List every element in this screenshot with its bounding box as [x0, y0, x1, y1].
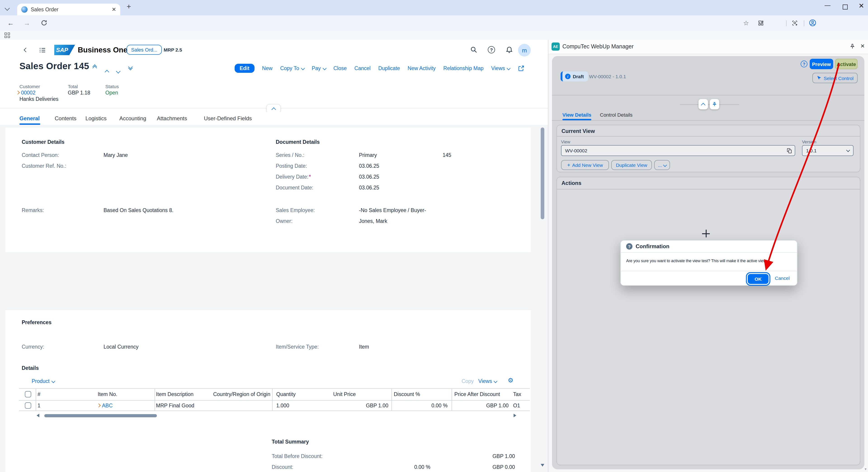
tab-user-defined-fields[interactable]: User-Defined Fields: [204, 115, 252, 122]
scroll-down-icon[interactable]: ▼: [864, 468, 867, 471]
col-header-unit-price[interactable]: Unit Price: [333, 391, 356, 397]
tab-close-icon[interactable]: ✕: [109, 6, 116, 13]
relationship-map-button[interactable]: Relationship Map: [443, 66, 484, 71]
customer-link[interactable]: 00002: [17, 90, 35, 95]
chevron-down-icon: [301, 66, 305, 70]
copy-icon[interactable]: [787, 148, 791, 153]
notifications-bell-icon[interactable]: [505, 46, 513, 54]
new-button[interactable]: New: [262, 66, 272, 71]
search-icon[interactable]: [470, 46, 477, 53]
webup-help-icon[interactable]: ?: [801, 61, 807, 67]
product-menu-button[interactable]: Product: [32, 378, 55, 384]
sap-shellbar: SAP Business One Sales Ord... MRP 2.5 ? …: [0, 40, 548, 61]
panel-collapse-button[interactable]: [699, 99, 708, 109]
close-button[interactable]: Close: [333, 66, 347, 71]
col-header-origin[interactable]: Country/Region of Origin: [200, 391, 270, 397]
horizontal-scrollbar-thumb[interactable]: [44, 414, 157, 417]
pin-icon[interactable]: [849, 43, 855, 49]
summary-discount-percent: 0.00 %: [385, 464, 430, 470]
chevron-down-icon: [322, 66, 327, 70]
vertical-scrollbar[interactable]: [541, 127, 544, 470]
scroll-right-icon[interactable]: [514, 414, 516, 417]
back-icon[interactable]: ←: [7, 19, 14, 27]
tab-control-details[interactable]: Control Details: [600, 112, 632, 118]
help-icon[interactable]: ?: [488, 46, 495, 53]
views-button[interactable]: Views: [491, 66, 510, 71]
activate-button[interactable]: Activate: [835, 59, 858, 69]
lens-icon[interactable]: [792, 20, 798, 26]
todo-list-icon[interactable]: [39, 46, 46, 54]
tab-general[interactable]: General: [20, 115, 39, 122]
col-header-price-after-discount[interactable]: Price After Discount: [454, 391, 500, 397]
panel-close-icon[interactable]: ✕: [860, 43, 865, 49]
panel-pin-button[interactable]: [710, 99, 719, 109]
new-activity-button[interactable]: New Activity: [408, 66, 436, 71]
ok-button[interactable]: OK: [748, 274, 769, 284]
col-header-num[interactable]: #: [37, 391, 40, 397]
select-control-button[interactable]: Select Control: [812, 73, 858, 83]
duplicate-view-button[interactable]: Duplicate View: [611, 160, 652, 170]
add-new-view-button[interactable]: +Add New View: [561, 160, 609, 170]
vertical-scrollbar-thumb[interactable]: [541, 127, 544, 219]
customer-details-title: Customer Details: [22, 139, 64, 145]
pay-button[interactable]: Pay: [312, 66, 326, 71]
view-input[interactable]: WV-00002: [561, 145, 795, 156]
col-header-quantity[interactable]: Quantity: [276, 391, 296, 397]
table-border: [36, 388, 36, 410]
cancel-button[interactable]: Cancel: [775, 275, 789, 281]
more-actions-button[interactable]: ...: [654, 160, 670, 170]
tab-view-details[interactable]: View Details: [562, 112, 591, 118]
table-views-button[interactable]: Views: [478, 378, 497, 384]
scroll-left-icon[interactable]: [37, 414, 39, 417]
last-record-icon[interactable]: [129, 66, 132, 69]
window-minimize-button[interactable]: —: [825, 2, 831, 8]
table-settings-gear-icon[interactable]: ⚙: [508, 377, 513, 384]
tab-search-icon[interactable]: [5, 6, 10, 11]
tab-accounting[interactable]: Accounting: [119, 115, 146, 122]
select-all-checkbox[interactable]: [25, 391, 31, 398]
preview-button[interactable]: Preview: [810, 59, 833, 69]
crosshair-cursor-icon: [702, 230, 710, 238]
browser-tab[interactable]: Sales Order ✕: [17, 4, 120, 15]
apps-grid-icon[interactable]: [4, 33, 10, 38]
window-close-button[interactable]: ✕: [859, 2, 864, 10]
bookmark-star-icon[interactable]: ☆: [743, 20, 749, 27]
version-select[interactable]: 1.0.1: [802, 145, 854, 156]
window-maximize-button[interactable]: [843, 4, 848, 9]
tab-title: Sales Order: [31, 7, 109, 12]
tab-attachments[interactable]: Attachments: [157, 115, 187, 122]
share-icon[interactable]: [518, 65, 524, 72]
copy-button[interactable]: Copy: [462, 378, 474, 384]
col-header-item-description[interactable]: Item Description: [156, 391, 193, 397]
profile-icon[interactable]: [809, 19, 816, 27]
extensions-icon[interactable]: [758, 20, 764, 26]
product-name: Business One: [78, 46, 127, 54]
scroll-down-icon[interactable]: [541, 464, 544, 467]
next-record-icon[interactable]: [117, 66, 120, 74]
avatar[interactable]: m: [518, 44, 531, 57]
forward-icon[interactable]: →: [24, 19, 30, 27]
shell-back-icon[interactable]: [24, 48, 28, 52]
col-header-item-no[interactable]: Item No.: [98, 391, 117, 397]
reload-icon[interactable]: [41, 20, 48, 26]
copy-to-button[interactable]: Copy To: [280, 66, 304, 71]
details-card: Customer Details Contact Person:Mary Jan…: [5, 127, 531, 252]
row-checkbox[interactable]: [25, 402, 31, 409]
tab-logistics[interactable]: Logistics: [86, 115, 106, 122]
new-tab-button[interactable]: +: [127, 2, 131, 11]
edit-button[interactable]: Edit: [235, 64, 254, 73]
summary-discount-value: GBP 0.00: [467, 464, 515, 470]
cancel-button[interactable]: Cancel: [354, 66, 371, 71]
preferences-title: Preferences: [22, 320, 52, 325]
cell-row-num: 1: [37, 403, 40, 408]
panel-title: CompuTec WebUp Manager: [562, 43, 633, 50]
previous-record-icon[interactable]: [105, 67, 108, 75]
col-header-tax[interactable]: Tax: [513, 391, 521, 397]
chevron-down-icon: [494, 379, 498, 383]
duplicate-button[interactable]: Duplicate: [378, 66, 400, 71]
cell-item-link[interactable]: ABC: [98, 403, 113, 408]
first-record-icon[interactable]: [93, 66, 96, 69]
app-tab-chip[interactable]: Sales Ord...: [127, 45, 162, 55]
col-header-discount[interactable]: Discount %: [394, 391, 420, 397]
tab-contents[interactable]: Contents: [55, 115, 76, 122]
